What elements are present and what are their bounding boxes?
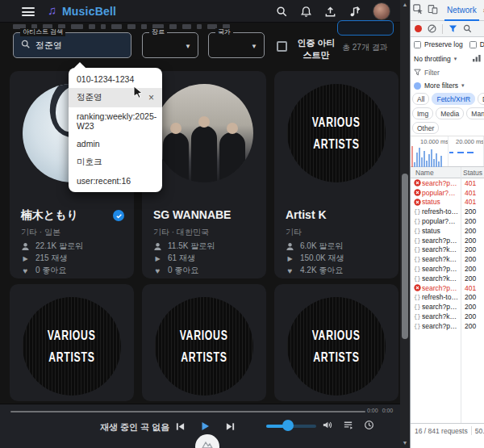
filter-chip-fetchxhr[interactable]: Fetch/XHR bbox=[432, 93, 475, 105]
scroll-up-icon[interactable]: ▲ bbox=[400, 0, 410, 10]
request-status: 200 bbox=[465, 217, 476, 225]
main-scrollbar[interactable]: ▲ ▼ bbox=[400, 0, 410, 448]
menu-icon[interactable] bbox=[22, 7, 35, 16]
json-response-icon: {} bbox=[414, 228, 422, 234]
notifications-icon[interactable] bbox=[300, 6, 312, 18]
artist-card[interactable]: VARIOUSARTISTS Artist K 기타 6.0K 팔로워 ▶150… bbox=[274, 71, 398, 278]
tab-network[interactable]: Network bbox=[444, 0, 479, 21]
table-row[interactable]: {}search?pag...200 bbox=[411, 236, 484, 245]
filter-chip-other[interactable]: Other bbox=[412, 122, 439, 134]
throttling-select[interactable]: No throttling bbox=[414, 55, 451, 63]
search-input-icon bbox=[21, 38, 31, 52]
volume-icon[interactable] bbox=[322, 420, 333, 431]
filter-chip-media[interactable]: Media bbox=[436, 107, 464, 119]
request-name: search?key... bbox=[422, 312, 459, 320]
play-button[interactable] bbox=[198, 420, 211, 433]
table-row[interactable]: {}refresh-tok...200 bbox=[411, 207, 484, 216]
filter-chip-all[interactable]: All bbox=[412, 93, 429, 105]
upload-icon[interactable] bbox=[324, 6, 336, 18]
verified-only-checkbox[interactable] bbox=[277, 41, 287, 52]
table-row[interactable]: {}search?pag...200 bbox=[411, 321, 484, 331]
request-status: 401 bbox=[465, 198, 476, 206]
disable-cache-checkbox[interactable] bbox=[469, 41, 477, 48]
more-filters-button[interactable]: More filters bbox=[424, 82, 458, 90]
request-name: search?pag... bbox=[422, 237, 459, 245]
table-row[interactable]: {}refresh-tok...200 bbox=[411, 293, 484, 303]
table-row[interactable]: {}search?pag...200 bbox=[411, 264, 484, 274]
plays-icon: ▶ bbox=[153, 254, 162, 263]
request-name: refresh-tok... bbox=[422, 207, 459, 216]
partial-button[interactable] bbox=[337, 20, 394, 36]
table-row[interactable]: popular?pa...401 bbox=[411, 188, 484, 198]
inspect-element-icon[interactable] bbox=[413, 3, 424, 18]
table-row[interactable]: {}search?key...200 bbox=[411, 254, 484, 264]
various-artists-text: VARIOUS bbox=[312, 115, 361, 131]
json-response-icon: {} bbox=[414, 237, 422, 244]
suggestion-text: 미호크 bbox=[77, 157, 102, 168]
scrollbar-thumb[interactable] bbox=[402, 174, 408, 339]
suggestion-text: 010-1234-1234 bbox=[77, 74, 134, 84]
suggestion-item[interactable]: user:recent:16 bbox=[69, 172, 162, 190]
track-progress-bar[interactable] bbox=[10, 411, 365, 412]
network-table-header[interactable]: Name Status bbox=[411, 167, 484, 178]
remove-suggestion-icon[interactable]: × bbox=[148, 94, 154, 102]
clear-icon[interactable] bbox=[428, 22, 436, 36]
column-status[interactable]: Status bbox=[459, 169, 482, 177]
filter-toggle-icon[interactable] bbox=[449, 22, 457, 36]
suggestion-item[interactable]: ranking:weekly:2025-W23 bbox=[69, 107, 162, 135]
artist-card[interactable]: VARIOUSARTISTS bbox=[10, 284, 134, 401]
request-status: 401 bbox=[465, 284, 476, 292]
json-response-icon: {} bbox=[414, 208, 422, 215]
record-icon[interactable] bbox=[415, 25, 422, 32]
throttling-row: No throttling ▾ bbox=[411, 52, 484, 66]
artist-card[interactable]: VARIOUSARTISTS bbox=[142, 284, 266, 401]
table-row[interactable]: {}status200 bbox=[411, 226, 484, 236]
device-toolbar-icon[interactable] bbox=[428, 3, 438, 18]
table-row[interactable]: {}search?key...200 bbox=[411, 312, 484, 321]
column-name[interactable]: Name bbox=[411, 169, 459, 177]
previous-track-button[interactable] bbox=[173, 420, 186, 433]
suggestion-text: admin bbox=[77, 139, 100, 149]
suggestion-item[interactable]: 010-1234-1234 bbox=[69, 70, 162, 88]
suggestion-item[interactable]: 미호크 bbox=[69, 153, 162, 172]
table-row[interactable]: {}search?key...200 bbox=[411, 274, 484, 283]
table-row[interactable]: search?pag...401 bbox=[411, 283, 484, 293]
filter-chip-doc[interactable]: Doc bbox=[478, 93, 484, 105]
table-row[interactable]: {}search?pag...200 bbox=[411, 302, 484, 312]
verified-only-label: 인증 아티스트만 bbox=[294, 37, 339, 61]
suggestion-item[interactable]: 정준영× bbox=[69, 88, 162, 107]
various-artists-text: ARTISTS bbox=[313, 136, 359, 153]
suggestion-item[interactable]: admin bbox=[69, 135, 162, 153]
scroll-down-icon[interactable]: ▼ bbox=[400, 438, 410, 448]
country-select[interactable]: 국가 ▼ bbox=[208, 32, 265, 58]
artist-card[interactable]: VARIOUSARTISTS bbox=[274, 284, 398, 401]
request-name: status bbox=[422, 198, 459, 206]
filter-input[interactable]: Filter bbox=[424, 69, 440, 77]
user-avatar[interactable] bbox=[373, 2, 390, 20]
queue-icon[interactable] bbox=[343, 420, 354, 431]
request-name: search?pag... bbox=[422, 265, 459, 273]
add-music-icon[interactable] bbox=[348, 6, 361, 18]
history-icon[interactable] bbox=[364, 420, 375, 431]
network-conditions-icon[interactable] bbox=[472, 54, 482, 64]
volume-slider-thumb[interactable] bbox=[282, 420, 294, 431]
table-row[interactable]: status401 bbox=[411, 198, 484, 207]
genre-select[interactable]: 장르 ▼ bbox=[142, 32, 198, 58]
filter-chip-manifest[interactable]: Manifest bbox=[466, 107, 484, 119]
filter-chip-img[interactable]: Img bbox=[412, 107, 433, 119]
search-icon[interactable] bbox=[276, 6, 288, 18]
devtools-tabbar: Network » bbox=[411, 0, 484, 21]
network-overview[interactable]: 10.000 ms 20.000 ms bbox=[411, 136, 484, 167]
table-row[interactable]: {}popular?pa...200 bbox=[411, 216, 484, 226]
preserve-log-checkbox[interactable] bbox=[414, 41, 421, 48]
table-row[interactable]: {}search?key...200 bbox=[411, 245, 484, 255]
table-row[interactable]: search?pag...401 bbox=[411, 178, 484, 188]
search-input[interactable]: 정준영 bbox=[35, 40, 62, 52]
request-status: 401 bbox=[465, 189, 476, 197]
active-filter-badge bbox=[414, 82, 421, 90]
screen: ♫ MusicBell 아티스트 검색 정준영 장르 ▼ bbox=[0, 0, 484, 448]
artist-search-field[interactable]: 아티스트 검색 정준영 bbox=[13, 32, 131, 58]
search-network-icon[interactable] bbox=[463, 22, 472, 36]
json-response-icon: {} bbox=[414, 218, 422, 224]
next-track-button[interactable] bbox=[223, 420, 236, 433]
